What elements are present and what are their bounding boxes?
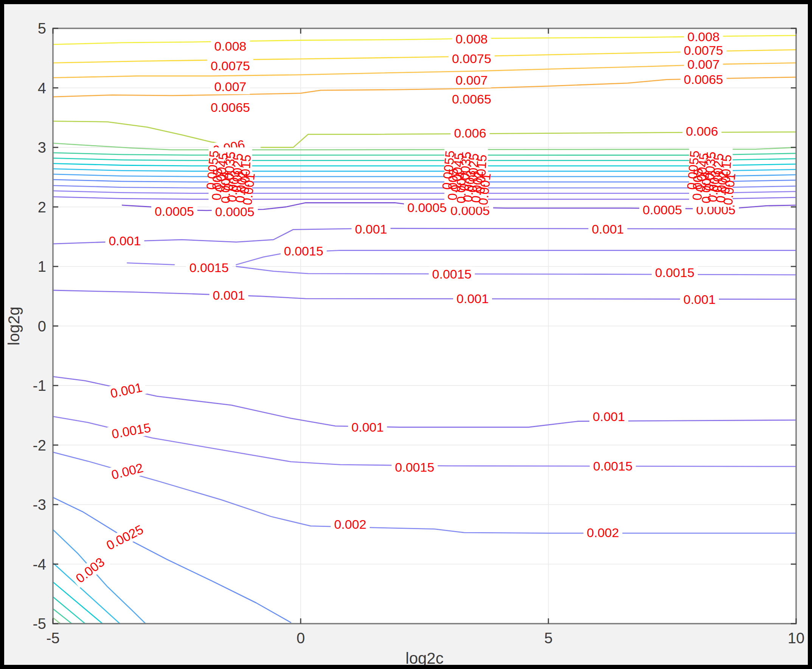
contour-label-text: 0.007	[455, 73, 487, 87]
contour-label-text: 0.001	[109, 234, 141, 248]
contour-label: 0.002	[331, 517, 370, 532]
contour-label: 0.0075	[207, 58, 253, 73]
contour-label: 0.0005	[404, 200, 450, 215]
contour-label-text: 0.006	[686, 124, 718, 138]
y-tick-label: -3	[32, 496, 46, 513]
contour-label-text: 0.0015	[655, 266, 694, 280]
contour-label: 0.007	[452, 72, 491, 88]
y-tick-label: 4	[38, 80, 46, 96]
contour-label-text: 0.007	[214, 79, 246, 94]
y-tick-label: 5	[38, 20, 46, 37]
contour-label: 0.007	[211, 79, 249, 94]
contour-label-text: 0.0005	[643, 203, 682, 217]
contour-label: 0.001	[680, 292, 719, 307]
contour-label: 0.008	[211, 39, 249, 54]
contour-label: 0.0005	[639, 202, 685, 217]
contour-label: 0.0015	[186, 260, 232, 275]
contour-label: 0.0065	[448, 91, 495, 107]
contour-label-text: 0.006	[454, 126, 486, 140]
contour-label: 0.0015	[281, 244, 327, 259]
contour-label: 0.001	[352, 222, 391, 237]
y-tick-label: 3	[38, 139, 46, 156]
contour-label-text: 0.0015	[432, 267, 472, 281]
x-tick-label: 10	[788, 630, 805, 646]
contour-label-text: 0.001	[355, 222, 387, 236]
contour-label-text: 0.0065	[684, 72, 723, 87]
contour-label-text: 0.008	[214, 39, 246, 53]
y-axis-label: log2g	[5, 306, 23, 345]
y-tick-label: -5	[32, 615, 46, 632]
contour-label-text: 0.001	[683, 292, 716, 306]
screenshot-frame: 0.0080.0080.0080.00750.00750.00750.0070.…	[0, 0, 812, 669]
contour-label-text: 0.0065	[211, 100, 250, 114]
contour-label: 0.001	[588, 222, 627, 237]
contour-label-text: 0.0015	[593, 459, 632, 473]
contour-label: 0.001	[209, 287, 248, 303]
contour-label-text: 0.0015	[189, 261, 229, 275]
x-tick-label: 0	[296, 630, 305, 646]
contour-label-text: 0.0005	[407, 200, 446, 215]
contour-label-text: 0.008	[455, 32, 487, 46]
x-axis-label: log2c	[406, 649, 443, 665]
y-tick-label: -2	[32, 437, 46, 454]
contour-label: 0.001	[453, 291, 492, 306]
y-tick-label: 2	[38, 199, 46, 215]
contour-label: 0.001	[348, 420, 387, 435]
contour-figure: 0.0080.0080.0080.00750.00750.00750.0070.…	[4, 4, 808, 665]
y-tick-label: -4	[32, 556, 46, 573]
contour-label: 0.008	[684, 29, 723, 44]
contour-label-text: 0.007	[687, 57, 719, 71]
contour-label-text: 0.001	[351, 420, 384, 434]
contour-label: 0.006	[683, 124, 722, 139]
contour-label-text: 0.001	[457, 291, 489, 306]
contour-label: 0.001	[589, 409, 628, 424]
contour-label-text: 0.001	[592, 222, 624, 236]
contour-label-text: 0.008	[687, 30, 719, 44]
contour-label: 0.006	[451, 126, 490, 141]
contour-plot: 0.0080.0080.0080.00750.00750.00750.0070.…	[4, 4, 808, 665]
contour-label-text: 0.0065	[452, 92, 491, 106]
contour-label-text: 0.001	[593, 409, 625, 424]
y-tick-label: 0	[38, 318, 46, 334]
contour-label: 0.0015	[429, 266, 475, 282]
contour-label-text: 0.0015	[284, 244, 323, 258]
x-tick-label: -5	[46, 630, 60, 646]
contour-label-text: 0.002	[587, 525, 619, 540]
contour-label: 0.002	[584, 525, 623, 540]
contour-label: 0.0015	[652, 265, 698, 280]
contour-label: 0.0005	[151, 204, 197, 219]
contour-label: 0.0075	[681, 43, 726, 58]
contour-label: 0.0015	[590, 459, 636, 474]
contour-label: 0.001	[105, 233, 144, 248]
contour-label-text: 0.0075	[211, 59, 250, 73]
contour-label: 0.0065	[207, 100, 253, 115]
contour-label-text: 0.0075	[684, 43, 723, 57]
contour-label: 0.0065	[681, 72, 726, 87]
contour-label-text: 0.002	[334, 517, 366, 531]
contour-label-text: 0.0015	[395, 460, 434, 474]
contour-label: 0.007	[684, 57, 723, 72]
contour-label: 0.0075	[448, 51, 495, 66]
contour-label-text: 0.0005	[155, 204, 194, 219]
contour-label: 0.0015	[391, 460, 438, 475]
contour-label: 0.008	[452, 31, 491, 47]
x-tick-label: 5	[544, 630, 553, 646]
contour-label-text: 0.001	[213, 288, 245, 303]
y-tick-label: -1	[32, 377, 46, 394]
y-tick-label: 1	[38, 258, 46, 275]
contour-label-text: 0.0075	[452, 51, 491, 66]
